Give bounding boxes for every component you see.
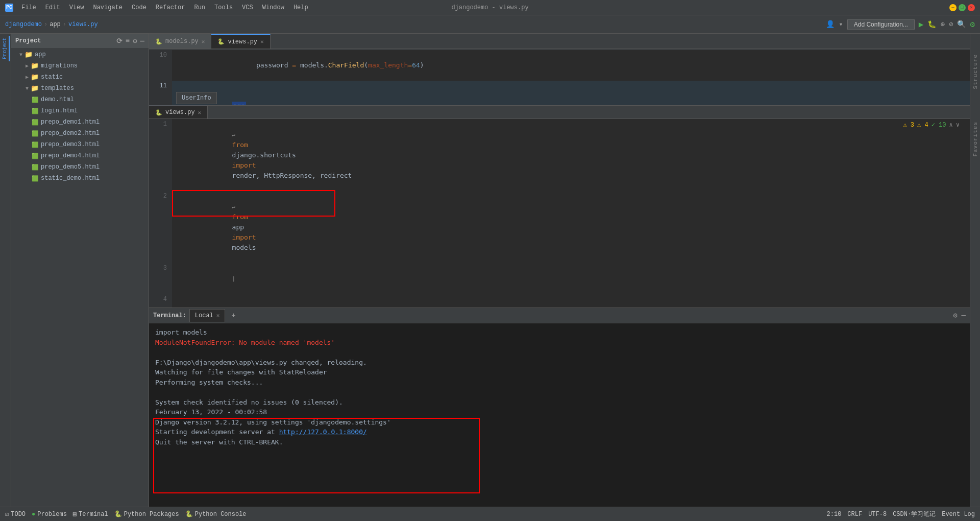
search-icon[interactable]: 🔍	[957, 20, 966, 29]
problems-icon: ●	[32, 511, 35, 518]
charset[interactable]: UTF-8	[868, 511, 887, 518]
tree-item-static[interactable]: ▶ 📁 static	[11, 72, 149, 83]
minimize-panel-icon[interactable]: —	[140, 37, 144, 45]
menu-view[interactable]: View	[65, 3, 88, 12]
sync-icon[interactable]: ⟳	[116, 37, 122, 45]
chevron-down-icon[interactable]: ∨	[956, 121, 960, 129]
terminal-line-4: F:\Django\djangodemo\app\views.py change…	[155, 358, 964, 368]
tab-models-py[interactable]: 🐍 models.py ✕	[149, 34, 211, 49]
userinfo-tooltip: UserInfo	[176, 92, 217, 104]
todo-button[interactable]: ☑ TODO	[5, 510, 26, 518]
structure-side-tab[interactable]: Structure	[972, 54, 978, 89]
status-bar-left: ☑ TODO ● Problems ▤ Terminal 🐍 Python Pa…	[5, 510, 247, 518]
main-layout: Project Project ⟳ ≡ ⚙ — ▼ 📁 app ▶ 📁 mi	[0, 34, 980, 507]
menu-edit[interactable]: Edit	[41, 3, 64, 12]
views-code-line-4: 4 ↵ # Create your views here.	[149, 294, 970, 307]
settings-icon[interactable]: ⚙	[970, 19, 975, 30]
menu-vcs[interactable]: VCS	[238, 3, 257, 12]
tree-item-prepo3[interactable]: 🟩 prepo_demo3.html	[11, 139, 149, 150]
py-file-icon: 🐍	[217, 38, 225, 45]
terminal-settings-icon[interactable]: ⚙	[953, 311, 957, 320]
terminal-add-button[interactable]: +	[228, 311, 238, 321]
maximize-button[interactable]: □	[959, 4, 966, 11]
terminal-icon: ▤	[73, 510, 77, 518]
menu-navigate[interactable]: Navigate	[89, 3, 127, 12]
debug-button[interactable]: 🐛	[927, 20, 936, 29]
tree-label-app: app	[35, 51, 46, 58]
tree-item-prepo5[interactable]: 🟩 prepo_demo5.html	[11, 161, 149, 173]
problems-button[interactable]: ● Problems	[32, 511, 67, 518]
tree-item-templates[interactable]: ▼ 📁 templates	[11, 83, 149, 94]
folder-icon: 📁	[24, 51, 33, 59]
terminal-status-label: Terminal	[79, 511, 108, 518]
breadcrumb-project[interactable]: djangodemo	[5, 21, 42, 28]
chevron-up-icon[interactable]: ∧	[949, 121, 953, 129]
tab-views-py[interactable]: 🐍 views.py ✕	[211, 34, 270, 49]
tree-item-demo-html[interactable]: 🟩 demo.html	[11, 94, 149, 105]
menu-run[interactable]: Run	[190, 3, 209, 12]
line-ending[interactable]: CRLF	[847, 511, 862, 518]
html-file-icon: 🟩	[32, 141, 39, 148]
minimize-button[interactable]: —	[949, 4, 957, 11]
project-panel-title: Project	[15, 37, 41, 44]
terminal-tabs-left: Terminal: Local ✕ +	[153, 309, 238, 322]
menu-code[interactable]: Code	[128, 3, 151, 12]
python-console-icon: 🐍	[185, 510, 193, 518]
code-content-area: 10 password = models.CharField(max_lengt…	[149, 49, 970, 307]
html-file-icon: 🟩	[32, 164, 39, 171]
python-console-button[interactable]: 🐍 Python Console	[185, 510, 247, 518]
tree-label-demo-html: demo.html	[41, 96, 74, 103]
cursor-position[interactable]: 2:10	[827, 511, 842, 518]
views-tab-close[interactable]: ✕	[198, 109, 202, 116]
breadcrumb-folder[interactable]: app	[50, 21, 61, 28]
tab-close-models[interactable]: ✕	[202, 38, 205, 45]
filter-icon[interactable]: ≡	[126, 37, 130, 45]
menu-tools[interactable]: Tools	[210, 3, 237, 12]
folder-icon: 📁	[31, 73, 39, 81]
close-button[interactable]: ✕	[968, 4, 975, 11]
html-file-icon: 🟩	[32, 153, 39, 159]
tree-item-migrations[interactable]: ▶ 📁 migrations	[11, 60, 149, 72]
run-button[interactable]: ▶	[919, 19, 924, 30]
terminal-line-2: ModuleNotFoundError: No module named 'mo…	[155, 338, 964, 348]
coverage-button[interactable]: ⊕	[940, 20, 944, 29]
editor-area: 🐍 models.py ✕ 🐍 views.py ✕ 10	[149, 34, 970, 307]
event-log[interactable]: Event Log	[942, 511, 975, 518]
tree-item-prepo1[interactable]: 🟩 prepo_demo1.html	[11, 116, 149, 128]
breadcrumb-file[interactable]: views.py	[68, 21, 98, 28]
tab-close-views[interactable]: ✕	[260, 38, 264, 45]
favorites-side-tab[interactable]: Favorites	[971, 120, 979, 158]
tree-item-prepo2[interactable]: 🟩 prepo_demo2.html	[11, 128, 149, 139]
tree-label-login-html: login.html	[41, 107, 78, 114]
dev-server-link[interactable]: http://127.0.0.1:8000/	[279, 428, 367, 436]
terminal-button[interactable]: ▤ Terminal	[73, 510, 108, 518]
status-bar-right: 2:10 CRLF UTF-8 CSDN·学习笔记 Event Log	[827, 510, 975, 518]
add-configuration-button[interactable]: Add Configuration...	[847, 19, 915, 30]
ok-count-10: ✓ 10	[932, 121, 946, 129]
side-panel-icons: Project	[0, 34, 11, 507]
menu-window[interactable]: Window	[258, 3, 288, 12]
user-icon[interactable]: 👤 ▾	[826, 20, 843, 29]
views-tab-active[interactable]: 🐍 views.py ✕	[149, 106, 208, 119]
html-file-icon: 🟩	[32, 119, 39, 126]
tree-item-prepo4[interactable]: 🟩 prepo_demo4.html	[11, 150, 149, 161]
python-console-label: Python Console	[195, 511, 247, 518]
settings-panel-icon[interactable]: ⚙	[133, 37, 137, 45]
python-packages-icon: 🐍	[114, 510, 122, 518]
terminal-tab-local[interactable]: Local ✕	[189, 309, 226, 322]
menu-file[interactable]: File	[17, 3, 40, 12]
menu-help[interactable]: Help	[289, 3, 312, 12]
profile-button[interactable]: ⊘	[949, 20, 953, 29]
menu-refactor[interactable]: Refactor	[152, 3, 189, 12]
terminal-minimize-icon[interactable]: —	[962, 311, 966, 320]
status-bar: ☑ TODO ● Problems ▤ Terminal 🐍 Python Pa…	[0, 507, 980, 521]
terminal-line-6: Performing system checks...	[155, 377, 964, 388]
tree-label-prepo2: prepo_demo2.html	[41, 130, 100, 137]
python-packages-button[interactable]: 🐍 Python Packages	[114, 510, 179, 518]
project-side-tab[interactable]: Project	[1, 36, 10, 61]
tree-item-app[interactable]: ▼ 📁 app	[11, 49, 149, 60]
folder-icon: 📁	[31, 62, 39, 70]
tree-item-login-html[interactable]: 🟩 login.html	[11, 105, 149, 116]
tree-item-static-demo[interactable]: 🟩 static_demo.html	[11, 173, 149, 184]
terminal-tab-close-icon[interactable]: ✕	[216, 312, 220, 319]
